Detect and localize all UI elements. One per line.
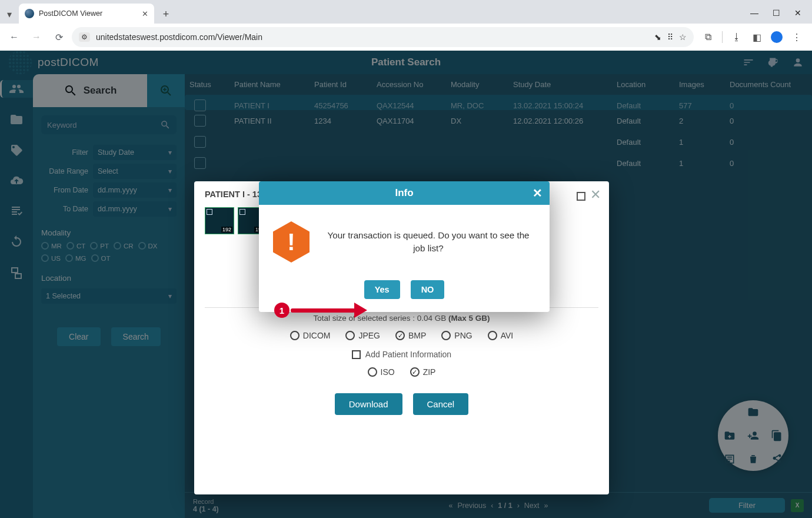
- forward-button[interactable]: →: [27, 28, 46, 47]
- info-title: Info: [395, 187, 413, 199]
- download-select-all-checkbox[interactable]: [577, 192, 585, 201]
- menu-icon[interactable]: ⋮: [791, 31, 803, 43]
- info-modal-header: Info ✕: [259, 181, 550, 205]
- tab-strip: ▾ PostDICOM Viewer ✕ + — ☐ ✕: [0, 0, 812, 24]
- size-text: Total size of selected series : 0.04 GB: [313, 314, 448, 323]
- archive-zip[interactable]: ZIP: [410, 367, 436, 377]
- download-button[interactable]: Download: [335, 393, 402, 415]
- maximize-icon[interactable]: ☐: [773, 8, 780, 18]
- minimize-icon[interactable]: —: [750, 8, 758, 18]
- profile-avatar[interactable]: [771, 31, 783, 43]
- window-controls: — ☐ ✕: [750, 2, 812, 24]
- browser-tab[interactable]: PostDICOM Viewer ✕: [19, 4, 154, 24]
- bookmark-icon[interactable]: ☆: [679, 32, 687, 42]
- favicon: [25, 9, 34, 18]
- tab-close-icon[interactable]: ✕: [142, 9, 148, 18]
- reload-button[interactable]: ⟳: [49, 28, 68, 47]
- format-bmp[interactable]: BMP: [395, 331, 426, 340]
- close-window-icon[interactable]: ✕: [794, 8, 801, 18]
- format-avi[interactable]: AVI: [488, 331, 514, 340]
- download-title: PATIENT I - 13: [205, 190, 262, 199]
- app-root: postDICOM Patient Search Search: [0, 51, 812, 518]
- extensions-icon[interactable]: ⧉: [702, 31, 714, 43]
- toolbar: ← → ⟳ ⚙ unitedstateswest.postdicom.com/V…: [0, 24, 812, 51]
- back-button[interactable]: ←: [5, 28, 24, 47]
- address-bar[interactable]: ⚙ unitedstateswest.postdicom.com/Viewer/…: [72, 27, 694, 47]
- tab-title: PostDICOM Viewer: [39, 9, 102, 18]
- url-text: unitedstateswest.postdicom.com/Viewer/Ma…: [96, 32, 262, 42]
- format-radios: DICOMJPEGBMPPNGAVI: [205, 331, 598, 340]
- info-modal: Info ✕ ! Your transaction is queued. Do …: [259, 181, 550, 312]
- archive-iso[interactable]: ISO: [368, 367, 395, 377]
- size-max: (Max 5 GB): [448, 314, 490, 323]
- warning-icon: !: [273, 221, 310, 263]
- archive-radios: ISOZIP: [205, 367, 598, 377]
- info-close-icon[interactable]: ✕: [533, 186, 543, 200]
- new-tab-button[interactable]: +: [158, 6, 174, 22]
- format-dicom[interactable]: DICOM: [290, 331, 331, 340]
- downloads-icon[interactable]: ⭳: [731, 31, 743, 43]
- sidepanel-icon[interactable]: ◧: [751, 31, 763, 43]
- site-info-icon[interactable]: ⚙: [79, 32, 90, 42]
- info-message: Your transaction is queued. Do you want …: [321, 229, 535, 255]
- info-no-button[interactable]: NO: [411, 280, 445, 299]
- series-thumb[interactable]: 192: [205, 207, 234, 234]
- format-png[interactable]: PNG: [441, 331, 472, 340]
- add-patient-info-label: Add Patient Information: [365, 350, 451, 359]
- browser-chrome: ▾ PostDICOM Viewer ✕ + — ☐ ✕ ← → ⟳ ⚙ uni…: [0, 0, 812, 51]
- download-close-icon[interactable]: ✕: [590, 187, 601, 202]
- cancel-button[interactable]: Cancel: [413, 393, 469, 415]
- info-yes-button[interactable]: Yes: [364, 280, 400, 299]
- translate-icon[interactable]: ⠿: [667, 32, 673, 42]
- tabs-overflow[interactable]: ▾: [2, 5, 16, 24]
- install-icon[interactable]: ⬊: [654, 32, 661, 42]
- toolbar-right: ⧉ ⭳ ◧ ⋮: [697, 31, 807, 43]
- format-jpeg[interactable]: JPEG: [345, 331, 380, 340]
- add-patient-info-checkbox[interactable]: [352, 350, 361, 359]
